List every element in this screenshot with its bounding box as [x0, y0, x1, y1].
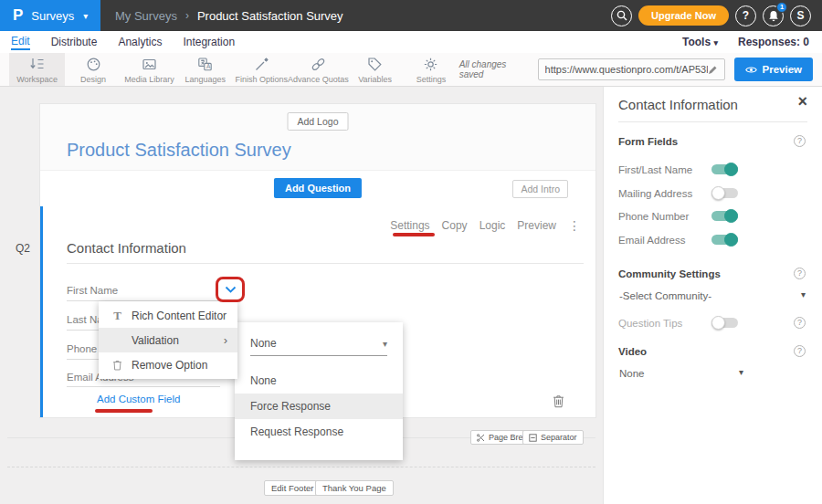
settings-annotation-underline: [393, 233, 435, 236]
toolbar-label: Languages: [185, 75, 227, 84]
tools-dropdown[interactable]: Tools ▾: [682, 36, 718, 48]
field-underline: [67, 386, 220, 387]
page-end-dashed-line: [7, 467, 595, 467]
add-logo-button[interactable]: Add Logo: [288, 112, 349, 131]
edit-footer-label: Edit Footer: [271, 483, 313, 493]
survey-url-value: https://www.questionpro.com/t/AP53kZgUI: [545, 64, 708, 75]
toolbar-finish-options[interactable]: Finish Options: [234, 53, 290, 86]
separator-icon: [529, 434, 537, 442]
field-first-name[interactable]: First Name: [67, 285, 118, 296]
topbar-actions: Upgrade Now ? 1 S: [611, 5, 822, 26]
toggle-knob: [711, 186, 725, 200]
thank-you-page-label: Thank You Page: [322, 483, 386, 493]
option-force-response[interactable]: Force Response: [235, 394, 403, 419]
mailing-address-toggle[interactable]: [711, 188, 738, 198]
menu-item-label: Validation: [132, 334, 179, 347]
question-more-menu[interactable]: ⋮: [568, 218, 581, 233]
scissors-icon: [477, 434, 485, 442]
toolbar-advance-quotas[interactable]: Advance Quotas: [290, 53, 347, 86]
field-phone[interactable]: Phone: [67, 343, 97, 354]
toolbar-workspace[interactable]: Workspace: [9, 53, 65, 86]
search-button[interactable]: [611, 5, 632, 26]
chevron-down-icon: [225, 286, 237, 293]
add-custom-field-link[interactable]: Add Custom Field: [97, 394, 180, 404]
validation-submenu: None ▾ None Force Response Request Respo…: [235, 322, 403, 460]
tab-integration[interactable]: Integration: [183, 36, 235, 49]
question-tips-toggle[interactable]: [711, 318, 738, 328]
question-number: Q2: [16, 242, 30, 255]
toolbar-label: Design: [80, 75, 106, 84]
email-address-toggle[interactable]: [711, 235, 738, 245]
toolbar-settings[interactable]: Settings: [403, 53, 458, 86]
menu-item-remove-option[interactable]: Remove Option: [99, 352, 237, 377]
chevron-down-icon: ▾: [383, 339, 387, 349]
phone-number-toggle[interactable]: [711, 211, 738, 221]
panel-title: Contact Information: [618, 97, 738, 112]
field-context-menu: T Rich Content Editor Validation › Remov…: [99, 301, 237, 379]
validation-select[interactable]: None ▾: [250, 337, 387, 356]
question-copy-link[interactable]: Copy: [442, 219, 468, 232]
surveys-menu[interactable]: P Surveys ▾: [0, 0, 100, 31]
separator-label: Separator: [541, 433, 577, 442]
menu-item-rich-content-editor[interactable]: T Rich Content Editor: [99, 303, 237, 328]
question-settings-panel: Contact Information × Form Fields ? Firs…: [603, 87, 822, 504]
panel-divider: [618, 121, 807, 122]
editor-toolbar: Workspace Design Media Library A Languag…: [0, 53, 822, 87]
notifications-button[interactable]: 1: [763, 5, 784, 26]
video-section-title: Video: [618, 346, 647, 357]
help-icon[interactable]: ?: [794, 268, 806, 279]
edit-url-button[interactable]: [708, 65, 718, 75]
survey-url-input[interactable]: https://www.questionpro.com/t/AP53kZgUI: [538, 58, 725, 80]
help-icon[interactable]: ?: [794, 135, 806, 147]
add-question-button[interactable]: Add Question: [274, 178, 362, 198]
tab-edit[interactable]: Edit: [11, 35, 30, 50]
help-button[interactable]: ?: [735, 5, 756, 26]
preview-button[interactable]: Preview: [734, 58, 813, 81]
topbar: P Surveys ▾ My Surveys › Product Satisfa…: [0, 0, 822, 31]
media-library-icon: [141, 56, 158, 73]
toolbar-design[interactable]: Design: [65, 53, 121, 86]
toggle-knob: [724, 209, 738, 223]
delete-question-button[interactable]: [553, 394, 564, 412]
help-icon[interactable]: ?: [794, 345, 806, 357]
breadcrumb: My Surveys › Product Satisfaction Survey: [115, 9, 343, 23]
toolbar-label: Variables: [358, 75, 392, 84]
account-avatar[interactable]: S: [790, 5, 811, 26]
advance-quotas-icon: [310, 56, 327, 73]
question-logic-link[interactable]: Logic: [480, 219, 506, 232]
option-none[interactable]: None: [235, 368, 403, 394]
help-icon[interactable]: ?: [794, 317, 806, 329]
chevron-down-icon[interactable]: ▾: [801, 289, 806, 299]
edit-footer-button[interactable]: Edit Footer: [264, 480, 321, 496]
close-panel-button[interactable]: ×: [797, 92, 807, 111]
first-name-options-chevron[interactable]: [216, 277, 245, 302]
tools-label: Tools: [682, 36, 711, 48]
workspace-icon: [28, 56, 46, 73]
option-request-response[interactable]: Request Response: [235, 419, 403, 445]
survey-nav: Edit Distribute Analytics Integration To…: [0, 31, 822, 53]
add-intro-button[interactable]: Add Intro: [512, 180, 568, 198]
toolbar-variables[interactable]: Variables: [347, 53, 403, 86]
chevron-down-icon[interactable]: ▾: [739, 367, 743, 377]
first-last-name-toggle[interactable]: [711, 164, 738, 174]
upgrade-now-button[interactable]: Upgrade Now: [638, 5, 729, 26]
tab-distribute[interactable]: Distribute: [51, 36, 98, 49]
tab-analytics[interactable]: Analytics: [118, 36, 162, 49]
separator-button[interactable]: Separator: [522, 430, 584, 445]
question-title[interactable]: Contact Information: [67, 240, 186, 256]
menu-item-validation[interactable]: Validation ›: [99, 328, 237, 352]
toolbar-languages[interactable]: A Languages: [177, 53, 233, 86]
add-custom-field-annotation-underline: [95, 409, 153, 413]
survey-title[interactable]: Product Satisfaction Survey: [67, 140, 291, 161]
chevron-down-icon: ▾: [83, 11, 88, 21]
select-community-dropdown[interactable]: -Select Community-: [619, 290, 711, 301]
question-preview-link[interactable]: Preview: [517, 219, 556, 232]
video-dropdown[interactable]: None: [619, 368, 645, 379]
question-settings-link[interactable]: Settings: [390, 219, 429, 232]
thank-you-page-button[interactable]: Thank You Page: [315, 480, 394, 496]
responses-link[interactable]: Responses: 0: [738, 36, 809, 48]
toolbar-label: Workspace: [16, 75, 58, 84]
surveys-menu-label: Surveys: [31, 9, 74, 23]
toolbar-media-library[interactable]: Media Library: [121, 53, 177, 86]
breadcrumb-my-surveys[interactable]: My Surveys: [115, 9, 177, 23]
